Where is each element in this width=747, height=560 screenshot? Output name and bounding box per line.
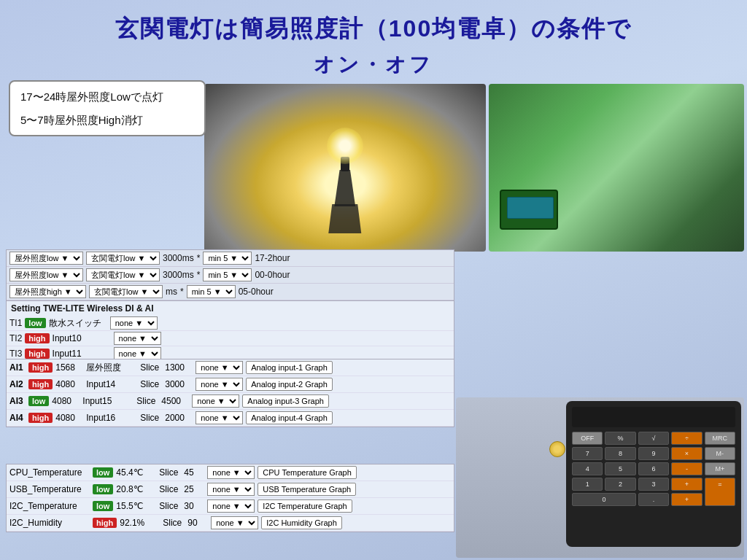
twe-name-2: Input11 (53, 349, 111, 359)
sensor-graph-btn-1[interactable]: USB Temperature Graph (258, 483, 356, 496)
ai-graph-btn-3[interactable]: Analog input-4 Graph (246, 411, 333, 424)
sensor-graph-btn-0[interactable]: CPU Temperature Graph (258, 466, 356, 479)
twe-badge-0: low (25, 318, 45, 328)
twe-id-1: TI2 (9, 333, 22, 343)
calc-btn-3: 3 (638, 478, 669, 491)
sensor-select-3[interactable]: none ▼ (211, 516, 258, 529)
rule-min-select-1[interactable]: min 5 ▼ (203, 268, 252, 281)
ai-graph-btn-0[interactable]: Analog input-1 Graph (246, 361, 333, 374)
sensor-graph-btn-2[interactable]: I2C Temperature Graph (258, 499, 352, 513)
twe-id-2: TI3 (9, 349, 22, 359)
ai-slice-label-3: Slice (140, 413, 162, 423)
sensor-value-0: 45.4℃ (116, 467, 156, 478)
ai-slice-label-0: Slice (140, 362, 162, 373)
twe-name-0: 散水スイッチ (49, 317, 107, 330)
ai-graph-btn-2[interactable]: Analog input-3 Graph (242, 394, 329, 408)
ai-graph-btn-1[interactable]: Analog input-2 Graph (246, 378, 333, 391)
ai-badge-2: low (28, 396, 49, 406)
photo-lamp (204, 84, 486, 252)
rule-mult-0: * (197, 253, 201, 263)
ai-value-0: 1568 (55, 362, 83, 373)
calc-btn-8: 8 (605, 447, 635, 460)
ai-slice-label-2: Slice (136, 396, 158, 406)
ai-name-1: Input14 (86, 379, 137, 389)
ai-select-3[interactable]: none ▼ (196, 411, 243, 424)
twe-select-1[interactable]: none ▼ (114, 332, 161, 345)
title-area: 玄関電灯は簡易照度計（100均電卓）の条件で オン・オフ (0, 0, 747, 85)
calc-btn-6: 6 (638, 462, 669, 475)
ai-value-3: 4080 (55, 413, 83, 423)
ai-badge-3: high (28, 413, 53, 423)
rule-mult-1: * (197, 270, 201, 280)
calc-btn-add: + (671, 478, 702, 491)
sensor-badge-1: low (93, 484, 113, 494)
calc-btn-mul: × (671, 447, 702, 460)
calc-btn-off: OFF (572, 432, 603, 445)
ai-value-1: 4080 (55, 379, 83, 389)
photos-row (204, 84, 744, 252)
rule-cond-select-1[interactable]: 屋外照度low ▼ (9, 268, 83, 281)
sensor-slice-label-2: Slice (159, 501, 181, 511)
calc-btn-div: ÷ (671, 432, 702, 445)
rule-action-select-2[interactable]: 玄関電灯low ▼ (89, 285, 163, 298)
sensor-select-0[interactable]: none ▼ (207, 466, 255, 479)
ai-row-3: AI4 high 4080 Input16 Slice 2000 none ▼ … (7, 410, 454, 427)
ai-select-1[interactable]: none ▼ (196, 378, 243, 391)
sensor-value-2: 15.5℃ (116, 501, 156, 511)
calc-btn-mminus: M- (705, 447, 735, 460)
callout-box: 17〜24時屋外照度Lowで点灯 5〜7時屋外照度High消灯 (9, 80, 206, 136)
calc-btn-dot: . (638, 493, 669, 506)
sensor-value-3: 92.1% (120, 518, 160, 528)
ai-slice-val-3: 2000 (165, 413, 193, 423)
rule-ms-2: ms (166, 287, 177, 297)
twe-row-1: TI2 high Input10 none ▼ (7, 331, 454, 346)
calc-btn-5: 5 (605, 462, 635, 475)
sensor-slice-label-0: Slice (159, 467, 181, 478)
ai-slice-val-2: 4500 (161, 396, 189, 406)
ai-name-3: Input16 (86, 413, 137, 423)
calc-btn-sqrt: √ (638, 432, 669, 445)
calc-btn-9: 9 (638, 447, 669, 460)
ai-select-0[interactable]: none ▼ (196, 361, 243, 374)
calc-btn-2: 2 (605, 478, 635, 491)
right-gray-area: OFF % √ ÷ MRC 7 8 9 × M- 4 5 6 - M+ 1 2 … (456, 397, 744, 558)
sensor-row-2: I2C_Temperature low 15.5℃ Slice 30 none … (7, 498, 454, 515)
ai-id-3: AI4 (9, 413, 26, 423)
sensor-name-0: CPU_Temperature (9, 467, 90, 478)
callout-line1: 17〜24時屋外照度Lowで点灯 (20, 88, 194, 106)
sensor-slice-val-1: 25 (184, 484, 204, 494)
calc-btn-plus2: + (671, 493, 702, 506)
ai-section: AI1 high 1568 屋外照度 Slice 1300 none ▼ Ana… (6, 359, 454, 427)
sensor-select-2[interactable]: none ▼ (207, 499, 255, 513)
rule-cond-select-0[interactable]: 屋外照度low ▼ (9, 252, 83, 265)
calc-btn-1: 1 (572, 478, 603, 491)
calc-btn-mrc: MRC (705, 432, 735, 445)
rule-min-select-2[interactable]: min 5 ▼ (187, 285, 236, 298)
twe-select-0[interactable]: none ▼ (110, 316, 158, 330)
sensor-value-1: 20.8℃ (116, 484, 156, 494)
twe-header: Setting TWE-LITE Wireless DI & AI (7, 301, 454, 316)
calc-btn-4: 4 (572, 462, 603, 475)
ai-row-2: AI3 low 4080 Input15 Slice 4500 none ▼ A… (7, 393, 454, 410)
ai-row-1: AI2 high 4080 Input14 Slice 3000 none ▼ … (7, 376, 454, 393)
ai-slice-val-0: 1300 (165, 362, 193, 373)
rule-action-select-0[interactable]: 玄関電灯low ▼ (86, 252, 160, 265)
twe-badge-2: high (25, 349, 49, 359)
sensor-section: CPU_Temperature low 45.4℃ Slice 45 none … (6, 464, 454, 532)
calc-btn-mplus: M+ (705, 462, 735, 475)
rule-action-select-1[interactable]: 玄関電灯low ▼ (86, 268, 160, 281)
ai-row-0: AI1 high 1568 屋外照度 Slice 1300 none ▼ Ana… (7, 359, 454, 376)
sensor-name-3: I2C_Humidity (9, 518, 90, 528)
sensor-select-1[interactable]: none ▼ (207, 483, 255, 496)
ai-slice-val-1: 3000 (165, 379, 193, 389)
title-sub: オン・オフ (15, 51, 732, 79)
rule-min-select-0[interactable]: min 5 ▼ (203, 252, 252, 265)
ai-id-1: AI2 (9, 379, 26, 389)
photo-green-device (489, 84, 744, 252)
ai-select-2[interactable]: none ▼ (192, 394, 239, 408)
sensor-graph-btn-3[interactable]: I2C Humidity Graph (261, 516, 342, 529)
sensor-badge-0: low (93, 467, 113, 478)
ai-badge-1: high (28, 379, 53, 389)
rule-cond-select-2[interactable]: 屋外照度high ▼ (9, 285, 86, 298)
twe-row-0: TI1 low 散水スイッチ none ▼ (7, 316, 454, 331)
